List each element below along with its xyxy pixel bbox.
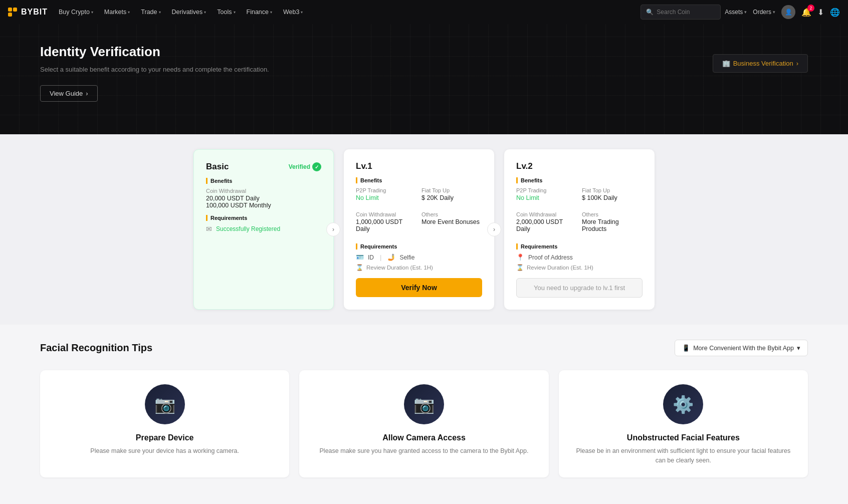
basic-card-header: Basic Verified ✓ xyxy=(206,162,321,172)
app-button[interactable]: 📱 More Convenient With the Bybit App ▾ xyxy=(675,340,808,356)
tip-camera-title: Allow Camera Access xyxy=(311,433,536,442)
chevron-down-icon: ▾ xyxy=(301,10,303,15)
lv1-p2p-benefit: P2P Trading No Limit xyxy=(356,187,416,201)
verification-cards-section: Basic Verified ✓ Benefits Coin Withdrawa… xyxy=(0,134,848,325)
chevron-down-icon: ▾ xyxy=(159,10,161,15)
chevron-down-icon: ▾ xyxy=(744,10,747,15)
nav-tools-label: Tools xyxy=(217,9,232,16)
download-button[interactable]: ⬇ xyxy=(817,8,824,17)
benefits-label: Benefits xyxy=(206,178,321,184)
settings-icon: ⚙️ xyxy=(673,394,694,414)
notification-button[interactable]: 🔔 2 xyxy=(801,8,811,17)
search-box[interactable]: 🔍 xyxy=(641,5,721,20)
avatar[interactable]: 👤 xyxy=(781,5,795,19)
lv2-card-title: Lv.2 xyxy=(516,161,533,171)
email-icon: ✉ xyxy=(206,225,212,233)
nav-trade-label: Trade xyxy=(141,9,157,16)
verify-now-button[interactable]: Verify Now xyxy=(356,278,482,297)
nav-trade[interactable]: Trade ▾ xyxy=(136,0,165,24)
download-icon: ⬇ xyxy=(817,8,824,17)
lv2-requirements-label: Requirements xyxy=(516,243,643,249)
orders-button[interactable]: Orders ▾ xyxy=(753,9,775,16)
lv2-p2p-benefit: P2P Trading No Limit xyxy=(516,187,577,201)
location-icon: 📍 xyxy=(516,254,524,261)
lv1-fiat-benefit: Fiat Top Up $ 20K Daily xyxy=(421,187,482,201)
lv1-coin-withdrawal-benefit: Coin Withdrawal 1,000,000 USDT Daily xyxy=(356,211,416,232)
nav-derivatives[interactable]: Derivatives ▾ xyxy=(167,0,211,24)
nav-derivatives-label: Derivatives xyxy=(172,9,203,16)
business-verification-button[interactable]: 🏢 Business Verification › xyxy=(713,54,808,73)
lv2-benefits-label: Benefits xyxy=(516,177,643,183)
coin-withdrawal-benefit: Coin Withdrawal 20,000 USDT Daily 100,00… xyxy=(206,188,321,209)
phone-icon: 📱 xyxy=(682,344,690,352)
lv1-card-header: Lv.1 xyxy=(356,161,482,171)
lv1-id-selfie-requirement: 🪪 ID | 🤳 Selfie xyxy=(356,254,482,261)
chevron-down-icon: ▾ xyxy=(270,10,272,15)
chevron-down-icon: ▾ xyxy=(234,10,236,15)
arrow-right-icon: › xyxy=(86,90,88,97)
hero-section: Identity Verification Select a suitable … xyxy=(0,24,848,134)
lv1-benefits-label: Benefits xyxy=(356,177,482,183)
tip-camera-desc: Please make sure you have granted access… xyxy=(311,446,536,456)
navbar: BYBIT Buy Crypto ▾ Markets ▾ Trade ▾ Der… xyxy=(0,0,848,24)
search-icon: 🔍 xyxy=(646,9,654,16)
lv2-proof-requirement: 📍 Proof of Address xyxy=(516,254,643,261)
language-button[interactable]: 🌐 xyxy=(830,8,840,17)
tip-prepare-desc: Please make sure your device has a worki… xyxy=(52,446,277,456)
nav-finance-label: Finance xyxy=(247,9,269,16)
camera-icon: 📷 xyxy=(154,394,175,414)
tip-camera-access: 📷 Allow Camera Access Please make sure y… xyxy=(299,370,548,477)
tips-section: Facial Recognition Tips 📱 More Convenien… xyxy=(0,325,848,502)
check-icon: ✓ xyxy=(312,162,321,171)
nav-finance[interactable]: Finance ▾ xyxy=(242,0,277,24)
logo-icon xyxy=(8,8,17,17)
lv1-duration: ⌛ Review Duration (Est. 1H) xyxy=(356,264,482,271)
chevron-down-icon: ▾ xyxy=(91,10,93,15)
selfie-icon: 🤳 xyxy=(387,254,395,261)
lv2-benefits-grid: P2P Trading No Limit Fiat Top Up $ 100K … xyxy=(516,187,643,237)
nav-web3-label: Web3 xyxy=(283,9,299,16)
hero-subtitle: Select a suitable benefit according to y… xyxy=(40,66,808,73)
nav-tools[interactable]: Tools ▾ xyxy=(212,0,240,24)
user-icon: 👤 xyxy=(785,9,792,16)
tip-facial-title: Unobstructed Facial Features xyxy=(571,433,796,442)
timer-icon: ⌛ xyxy=(356,264,363,271)
tip-prepare-device: 📷 Prepare Device Please make sure your d… xyxy=(40,370,289,477)
camera-icon: 📷 xyxy=(413,394,435,414)
assets-button[interactable]: Assets ▾ xyxy=(725,9,747,16)
prepare-icon-wrap: 📷 xyxy=(145,384,185,424)
globe-icon: 🌐 xyxy=(830,8,840,17)
coin-withdrawal-daily: 20,000 USDT Daily xyxy=(206,195,321,202)
chevron-down-icon: ▾ xyxy=(773,10,775,15)
lv1-card: Lv.1 Benefits P2P Trading No Limit Fiat … xyxy=(344,149,494,310)
nav-markets[interactable]: Markets ▾ xyxy=(99,0,135,24)
tip-facial-desc: Please be in an environment with suffici… xyxy=(571,446,796,465)
lv1-benefits-grid: P2P Trading No Limit Fiat Top Up $ 20K D… xyxy=(356,187,482,237)
chevron-down-icon: ▾ xyxy=(797,344,800,352)
search-input[interactable] xyxy=(657,9,715,16)
lv2-card: Lv.2 Benefits P2P Trading No Limit Fiat … xyxy=(504,149,655,310)
basic-card: Basic Verified ✓ Benefits Coin Withdrawa… xyxy=(193,149,334,310)
tip-facial-features: ⚙️ Unobstructed Facial Features Please b… xyxy=(559,370,808,477)
lv2-card-header: Lv.2 xyxy=(516,161,643,171)
nav-right: Assets ▾ Orders ▾ 👤 🔔 2 ⬇ 🌐 xyxy=(725,5,840,19)
lv2-fiat-benefit: Fiat Top Up $ 100K Daily xyxy=(582,187,643,201)
next-arrow[interactable]: › xyxy=(326,222,340,236)
nav-buy-crypto[interactable]: Buy Crypto ▾ xyxy=(54,0,98,24)
lv1-card-title: Lv.1 xyxy=(356,161,372,171)
timer-icon: ⌛ xyxy=(516,264,524,271)
tips-cards: 📷 Prepare Device Please make sure your d… xyxy=(40,370,808,477)
tips-header: Facial Recognition Tips 📱 More Convenien… xyxy=(40,340,808,356)
requirements-label: Requirements xyxy=(206,215,321,221)
tip-prepare-title: Prepare Device xyxy=(52,433,277,442)
view-guide-button[interactable]: View Guide › xyxy=(40,85,98,102)
upgrade-button: You need to upgrade to lv.1 first xyxy=(516,278,643,298)
next-arrow-lv1[interactable]: › xyxy=(487,222,501,236)
registered-text: Successfully Registered xyxy=(216,225,280,232)
logo-text: BYBIT xyxy=(21,8,48,17)
page-title: Identity Verification xyxy=(40,44,808,60)
verified-badge: Verified ✓ xyxy=(289,162,321,171)
nav-web3[interactable]: Web3 ▾ xyxy=(278,0,308,24)
logo[interactable]: BYBIT xyxy=(8,8,48,17)
registered-requirement: ✉ Successfully Registered xyxy=(206,225,321,233)
